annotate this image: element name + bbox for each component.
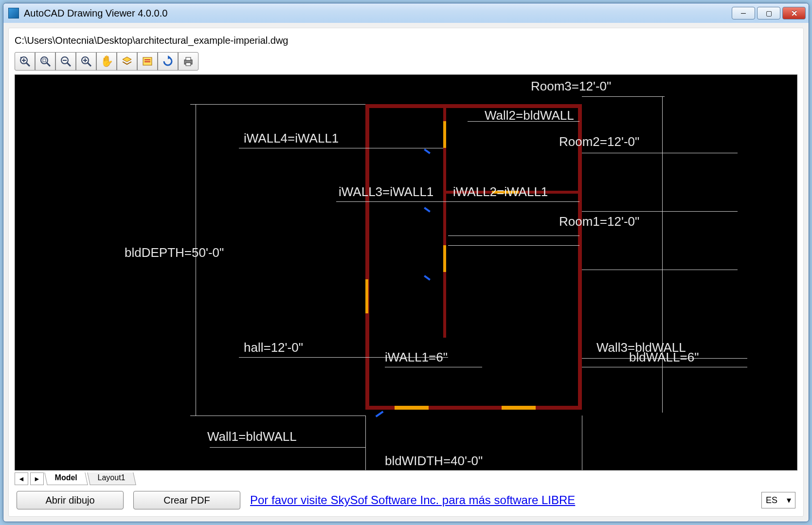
print-icon xyxy=(182,55,194,67)
pan-button[interactable]: ✋ xyxy=(96,52,117,71)
dim-line xyxy=(582,416,582,471)
opening xyxy=(443,121,446,148)
dim-line xyxy=(582,270,738,270)
label-bldWall: bldWALL=6" xyxy=(629,350,699,365)
wall-segment xyxy=(365,104,369,410)
language-select[interactable]: ES ▾ xyxy=(761,492,795,508)
window-title: AutoCAD Drawing Viewer 4.0.0.0 xyxy=(24,8,732,19)
tab-label: Model xyxy=(55,473,77,482)
label-iWall2: iWALL2=iWALL1 xyxy=(453,184,548,199)
tab-prev-button[interactable]: ◄ xyxy=(15,472,28,485)
label-room2: Room2=12'-0" xyxy=(559,134,639,149)
opening xyxy=(395,406,429,410)
dim-line xyxy=(190,416,365,416)
tab-bar: ◄ ► Model Layout1 xyxy=(15,471,797,488)
file-path-label: C:\Users\Ontecnia\Desktop\architectural_… xyxy=(15,33,797,52)
dim-line xyxy=(582,211,738,212)
opening xyxy=(365,279,368,313)
toolbar: ✋ xyxy=(15,52,797,71)
door xyxy=(375,411,383,417)
layers-button[interactable] xyxy=(117,52,137,71)
zoom-window-icon xyxy=(39,55,51,67)
bottom-bar: Abrir dibujo Crear PDF Por favor visite … xyxy=(15,488,797,511)
dim-line xyxy=(448,245,579,246)
zoom-extents-icon xyxy=(19,55,31,67)
print-button[interactable] xyxy=(178,52,198,71)
dim-line xyxy=(385,367,482,367)
promo-link[interactable]: Por favor visite SkySof Software Inc. pa… xyxy=(250,493,752,507)
tab-layout1[interactable]: Layout1 xyxy=(87,472,136,485)
label-wall1: Wall1=bldWALL xyxy=(207,429,297,444)
chevron-right-icon: ► xyxy=(34,475,40,483)
chevron-left-icon: ◄ xyxy=(18,475,25,483)
minimize-icon: ─ xyxy=(741,9,746,17)
maximize-button[interactable]: ▢ xyxy=(757,7,780,19)
wall-segment xyxy=(365,104,582,108)
refresh-button[interactable] xyxy=(158,52,178,71)
svg-line-8 xyxy=(67,63,71,66)
zoom-in-button[interactable] xyxy=(76,52,96,71)
svg-line-1 xyxy=(26,63,30,66)
label-room3: Room3=12'-0" xyxy=(531,79,611,94)
legend-button[interactable] xyxy=(137,52,158,71)
label-iWall3: iWALL3=iWALL1 xyxy=(339,184,433,199)
close-button[interactable]: ✕ xyxy=(782,7,806,19)
door xyxy=(424,148,431,154)
label-iWall1: iWALL1=6" xyxy=(385,350,448,365)
minimize-button[interactable]: ─ xyxy=(732,7,755,19)
label-hall: hall=12'-0" xyxy=(244,340,303,355)
svg-point-4 xyxy=(41,57,48,64)
dim-line xyxy=(582,153,738,153)
dim-line xyxy=(582,367,747,367)
tab-next-button[interactable]: ► xyxy=(30,472,44,485)
legend-icon xyxy=(142,55,153,67)
dim-line xyxy=(662,96,663,413)
window-controls: ─ ▢ ✕ xyxy=(732,7,806,19)
language-value: ES xyxy=(766,495,777,506)
tab-label: Layout1 xyxy=(98,473,126,482)
open-drawing-button[interactable]: Abrir dibujo xyxy=(17,491,124,509)
zoom-out-icon xyxy=(60,55,72,67)
door xyxy=(424,275,431,280)
dim-line xyxy=(336,201,579,202)
label-bldDepth: bldDEPTH=50'-0" xyxy=(125,245,224,260)
titlebar[interactable]: AutoCAD Drawing Viewer 4.0.0.0 ─ ▢ ✕ xyxy=(3,3,809,23)
dim-line xyxy=(239,148,443,148)
drawing-canvas[interactable]: bldDEPTH=50'-0" iWALL4=iWALL1 iWALL3=iWA… xyxy=(15,74,797,471)
layers-icon xyxy=(121,55,133,67)
opening xyxy=(443,245,446,272)
maximize-icon: ▢ xyxy=(766,9,772,17)
wall-segment xyxy=(578,104,582,410)
create-pdf-button[interactable]: Crear PDF xyxy=(133,491,240,509)
refresh-icon xyxy=(162,55,174,67)
door xyxy=(424,207,431,212)
client-area: C:\Users\Ontecnia\Desktop\architectural_… xyxy=(8,28,804,517)
dim-line xyxy=(210,447,365,448)
chevron-down-icon: ▾ xyxy=(787,495,791,506)
svg-line-5 xyxy=(47,63,50,66)
close-icon: ✕ xyxy=(791,9,797,18)
svg-rect-6 xyxy=(43,59,46,62)
label-room1: Room1=12'-0" xyxy=(559,214,639,229)
label-iWall4: iWALL4=iWALL1 xyxy=(244,131,339,146)
label-wall2: Wall2=bldWALL xyxy=(485,108,574,123)
tab-model[interactable]: Model xyxy=(44,472,88,485)
zoom-in-icon xyxy=(80,55,92,67)
app-icon xyxy=(8,8,19,18)
svg-rect-18 xyxy=(186,57,191,60)
dim-line xyxy=(365,447,366,462)
zoom-out-button[interactable] xyxy=(55,52,76,71)
label-bldWidth: bldWIDTH=40'-0" xyxy=(385,453,483,469)
app-window: AutoCAD Drawing Viewer 4.0.0.0 ─ ▢ ✕ C:\… xyxy=(3,3,809,522)
zoom-window-button[interactable] xyxy=(35,52,55,71)
svg-rect-19 xyxy=(186,63,191,66)
dim-line xyxy=(582,96,665,97)
dim-line xyxy=(448,235,579,236)
dim-line xyxy=(190,104,365,105)
dim-line xyxy=(365,416,366,471)
hand-icon: ✋ xyxy=(100,55,113,68)
svg-line-11 xyxy=(88,63,91,66)
opening xyxy=(502,406,536,410)
zoom-extents-button[interactable] xyxy=(15,52,35,71)
